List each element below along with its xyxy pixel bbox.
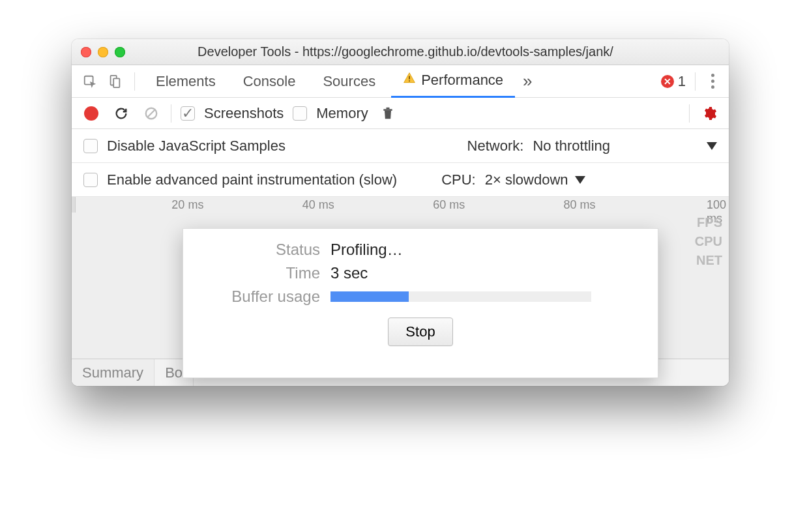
lane-net: NET [695,253,722,268]
svg-rect-4 [409,80,410,81]
options-row-2: Enable advanced paint instrumentation (s… [72,163,729,197]
status-value: Profiling… [330,241,638,259]
separator [695,72,696,91]
tab-performance[interactable]: Performance [391,65,515,98]
tab-elements[interactable]: Elements [144,65,227,98]
svg-rect-3 [409,76,410,80]
toggle-device-icon[interactable] [104,71,125,92]
buffer-usage-bar [330,291,591,302]
titlebar: Developer Tools - https://googlechrome.g… [72,39,729,65]
tab-label: Sources [323,73,375,90]
screenshots-label: Screenshots [204,105,284,122]
warning-icon [403,72,416,89]
ruler-tick: 40 ms [302,198,337,212]
lane-cpu: CPU [695,234,722,249]
svg-line-6 [148,110,155,117]
record-icon [84,106,98,121]
disable-js-label: Disable JavaScript Samples [107,138,286,155]
reload-record-button[interactable] [111,103,132,124]
tab-label: Summary [82,364,143,381]
timeline-ruler: 20 ms 40 ms 60 ms 80 ms 100 ms [72,197,729,213]
inspect-element-icon[interactable] [80,71,100,92]
ruler-tick: 80 ms [564,198,598,212]
clear-button[interactable] [141,103,162,124]
tabs-overflow-button[interactable]: » [523,71,532,91]
disable-js-checkbox[interactable] [83,139,98,153]
stop-button[interactable]: Stop [388,318,452,346]
cpu-label: CPU: [441,171,476,188]
screenshots-checkbox[interactable]: ✓ [181,106,195,121]
window-title: Developer Tools - https://googlechrome.g… [91,44,720,59]
error-count: 1 [678,73,686,90]
options-row-1: Disable JavaScript Samples Network: No t… [72,129,729,163]
tab-sources[interactable]: Sources [311,65,387,98]
cpu-throttling-select[interactable]: 2× slowdown [485,171,585,188]
enable-paint-label: Enable advanced paint instrumentation (s… [107,171,397,188]
settings-button[interactable] [699,103,720,124]
tab-label: Bo [165,364,183,381]
buffer-label: Buffer usage [203,288,320,306]
svg-rect-2 [113,78,119,87]
error-icon: ✕ [661,75,674,88]
ruler-tick: 20 ms [171,198,206,212]
network-throttling-select[interactable]: No throttling [533,138,610,155]
svg-rect-8 [386,107,389,109]
record-button[interactable] [81,103,102,124]
tab-label: Console [243,73,296,90]
time-label: Time [203,264,320,282]
time-value: 3 sec [330,264,638,282]
memory-label: Memory [316,105,368,122]
lane-labels: FPS CPU NET [695,215,722,268]
memory-checkbox[interactable] [293,106,307,121]
tab-label: Elements [156,73,216,90]
status-label: Status [203,241,320,259]
separator [134,72,135,91]
enable-paint-checkbox[interactable] [83,173,98,187]
separator [689,104,690,123]
error-count-badge[interactable]: ✕ 1 [661,73,686,90]
network-value: No throttling [533,138,610,155]
main-tabs-row: Elements Console Sources Performance » ✕… [72,65,729,98]
close-window-button[interactable] [81,47,91,57]
network-label: Network: [467,138,524,155]
cpu-value: 2× slowdown [485,171,568,188]
chevron-down-icon [575,176,585,184]
tab-summary[interactable]: Summary [72,359,154,386]
devtools-window: Developer Tools - https://googlechrome.g… [72,39,729,386]
more-menu-button[interactable] [705,70,721,93]
garbage-collect-button[interactable] [377,103,398,124]
perf-toolbar: ✓ Screenshots Memory [72,98,729,129]
separator [171,104,171,123]
tab-console[interactable]: Console [231,65,308,98]
ruler-tick: 60 ms [433,198,467,212]
chevron-down-icon[interactable] [707,142,717,150]
buffer-fill [330,291,409,302]
lane-fps: FPS [695,215,722,230]
profiling-dialog: Status Profiling… Time 3 sec Buffer usag… [183,228,658,378]
timeline-area: 20 ms 40 ms 60 ms 80 ms 100 ms FPS CPU N… [72,197,729,386]
svg-rect-7 [383,109,392,111]
tab-label: Performance [421,72,503,89]
